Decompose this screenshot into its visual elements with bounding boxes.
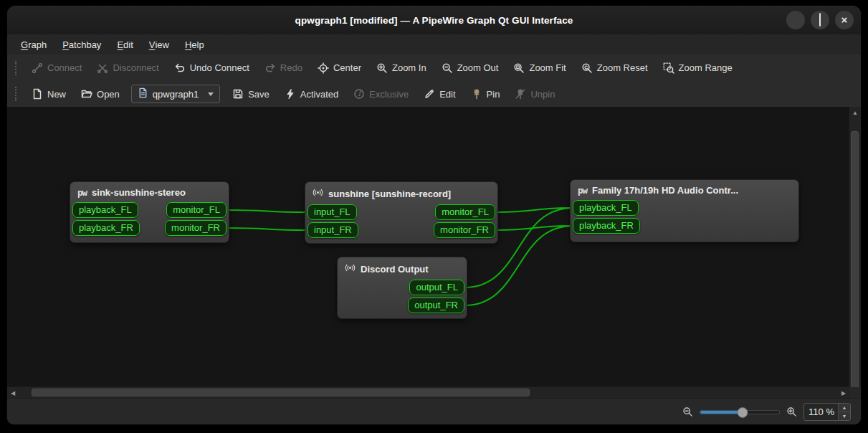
scroll-right-icon[interactable]: ▶ — [838, 387, 849, 399]
patchbay-profile-combobox[interactable]: qpwgraph1 — [131, 85, 220, 103]
spin-down-icon[interactable]: ▼ — [839, 412, 850, 420]
pin-icon — [471, 88, 482, 100]
zoom-reset-button[interactable]: Zoom Reset — [575, 59, 654, 77]
exclusive-icon: f — [353, 88, 365, 100]
pipewire-icon: pw — [77, 187, 87, 198]
zoom-slider-handle[interactable] — [738, 407, 748, 418]
toolbar-item-label: Zoom Reset — [597, 62, 648, 73]
activated-button[interactable]: Activated — [278, 85, 345, 103]
node-sink[interactable]: pwsink-sunshine-stereoplayback_FLmonitor… — [70, 181, 229, 243]
nodes-layer: pwsink-sunshine-stereoplayback_FLmonitor… — [7, 107, 849, 387]
toolbar-item-label: New — [47, 89, 66, 100]
toolbar-item-label: Pin — [487, 89, 500, 100]
vertical-scrollbar-thumb[interactable] — [851, 131, 859, 398]
toolbar-item-label: Unpin — [530, 89, 555, 100]
port-output-fr[interactable]: output_FR — [408, 298, 464, 313]
disconnect-button[interactable]: Disconnect — [90, 59, 165, 77]
port-playback-fl[interactable]: playback_FL — [72, 202, 138, 218]
horizontal-scrollbar-thumb[interactable] — [32, 389, 530, 396]
pin-button[interactable]: Pin — [464, 85, 507, 103]
zoom-in-icon[interactable] — [786, 406, 797, 417]
edit-button[interactable]: Edit — [417, 85, 462, 103]
port-monitor-fr[interactable]: monitor_FR — [434, 222, 495, 238]
toolbar-handle[interactable] — [15, 87, 19, 101]
zoom-slider[interactable] — [700, 406, 780, 417]
unpin-button[interactable]: Unpin — [508, 85, 561, 103]
zoom-out-button[interactable]: Zoom Out — [435, 59, 505, 77]
connect-button[interactable]: Connect — [25, 59, 88, 77]
close-button[interactable]: × — [835, 11, 854, 29]
toolbar-item-label: Center — [333, 62, 361, 73]
redo-icon — [264, 62, 276, 74]
port-playback-fr[interactable]: playback_FR — [72, 220, 140, 236]
minimize-button[interactable] — [786, 11, 805, 29]
toolbar-graph: ConnectDisconnectUndo ConnectRedoCenterZ… — [7, 54, 861, 82]
menu-item-edit[interactable]: Edit — [109, 34, 140, 54]
open-button[interactable]: Open — [75, 85, 126, 103]
menu-item-patchbay[interactable]: Patchbay — [54, 34, 109, 54]
window-title: qpwgraph1 [modified] — A PipeWire Graph … — [295, 15, 573, 26]
toolbar-item-label: Activated — [300, 89, 338, 100]
zoom-range-button[interactable]: Zoom Range — [657, 59, 739, 77]
statusbar: 110 % ▲ ▼ — [7, 398, 861, 424]
node-sunshine[interactable]: sunshine [sunshine-record]input_FLmonito… — [305, 181, 498, 244]
open-icon — [81, 88, 92, 100]
new-button[interactable]: New — [25, 85, 72, 103]
node-title-text: sink-sunshine-stereo — [92, 187, 186, 198]
node-title-text: sunshine [sunshine-record] — [328, 189, 451, 199]
toolbar-item-label: Save — [248, 89, 270, 100]
toolbar-item-label: Disconnect — [113, 62, 158, 73]
spin-up-icon[interactable]: ▲ — [839, 404, 850, 412]
patchbay-profile-name: qpwgraph1 — [153, 89, 199, 100]
node-title: pwsink-sunshine-stereo — [70, 182, 229, 202]
stream-icon — [345, 262, 356, 275]
zoom-spin-arrows: ▲ ▼ — [838, 404, 850, 420]
undo-connect-button[interactable]: Undo Connect — [168, 59, 256, 77]
port-monitor-fl[interactable]: monitor_FL — [166, 202, 226, 218]
menu-item-help[interactable]: Help — [177, 34, 212, 54]
node-family[interactable]: pwFamily 17h/19h HD Audio Contr...playba… — [570, 179, 799, 242]
exclusive-button[interactable]: fExclusive — [347, 85, 415, 103]
port-output-fl[interactable]: output_FL — [409, 280, 464, 295]
titlebar[interactable]: qpwgraph1 [modified] — A PipeWire Graph … — [7, 6, 861, 35]
port-monitor-fl[interactable]: monitor_FL — [435, 204, 495, 220]
qpwgraph-window: qpwgraph1 [modified] — A PipeWire Graph … — [7, 6, 861, 424]
center-button[interactable]: Center — [311, 59, 368, 77]
redo-button[interactable]: Redo — [258, 59, 309, 77]
toolbar-handle[interactable] — [15, 61, 19, 75]
maximize-button[interactable] — [811, 11, 829, 29]
toolbar-item-label: Undo Connect — [190, 62, 249, 73]
graph-canvas[interactable]: pwsink-sunshine-stereoplayback_FLmonitor… — [7, 107, 849, 387]
zoom-out-icon[interactable] — [682, 406, 693, 417]
connect-icon — [32, 62, 43, 74]
port-playback-fr[interactable]: playback_FR — [573, 218, 640, 234]
toolbar-item-label: Exclusive — [369, 89, 409, 100]
scroll-left-icon[interactable]: ◀ — [7, 387, 19, 399]
port-playback-fl[interactable]: playback_FL — [573, 200, 639, 216]
undo-icon — [174, 62, 186, 74]
zoom-fit-button[interactable]: Zoom Fit — [507, 59, 572, 77]
port-input-fl[interactable]: input_FL — [307, 204, 357, 220]
zoom-spinbox[interactable]: 110 % ▲ ▼ — [803, 403, 851, 421]
vertical-scrollbar[interactable]: ▲ ▼ — [849, 107, 861, 399]
node-title-text: Family 17h/19h HD Audio Contr... — [592, 185, 738, 196]
disconnect-icon — [97, 62, 108, 74]
zoom-range-icon — [663, 62, 674, 74]
zoom-in-button[interactable]: Zoom In — [370, 59, 433, 77]
save-button[interactable]: Save — [226, 85, 276, 103]
zoom-in-icon — [376, 62, 388, 74]
zoom-out-icon — [442, 62, 453, 74]
node-title: pwFamily 17h/19h HD Audio Contr... — [571, 180, 798, 200]
port-input-fr[interactable]: input_FR — [307, 222, 358, 238]
new-icon — [32, 88, 43, 100]
node-discord[interactable]: Discord Outputoutput_FLoutput_FR — [337, 257, 467, 319]
unpin-icon — [515, 88, 526, 100]
patchbay-file-icon — [138, 87, 148, 100]
port-monitor-fr[interactable]: monitor_FR — [165, 220, 226, 236]
menu-item-graph[interactable]: Graph — [13, 34, 54, 54]
horizontal-scrollbar[interactable]: ◀ ▶ — [7, 386, 849, 399]
menu-item-view[interactable]: View — [141, 34, 177, 54]
chevron-down-icon — [208, 92, 214, 96]
scroll-up-icon[interactable]: ▲ — [849, 107, 861, 118]
close-icon: × — [841, 14, 848, 27]
